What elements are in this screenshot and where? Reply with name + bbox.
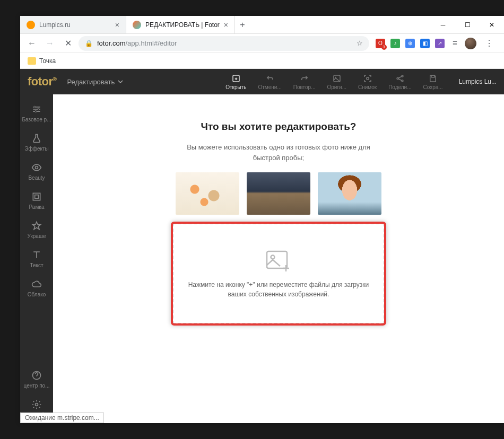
svg-point-9 [38,108,39,110]
back-button[interactable]: ← [24,36,39,51]
sidebar-item-effects[interactable]: Эффекты [20,128,53,157]
bookmark-item[interactable]: Точка [39,57,56,65]
titlebar: Lumpics.ru × РЕДАКТИРОВАТЬ | Fotor × + ─… [20,16,504,34]
sidebar-item-frame[interactable]: Рамка [20,186,53,215]
sliders-icon [31,104,42,115]
undo-icon [265,74,275,83]
heading: Что вы хотите редактировать? [201,121,357,133]
omnibox[interactable]: 🔒 fotor.com/app.html#/editor ☆ [79,36,369,51]
url-host: fotor.com [97,39,125,47]
stop-button[interactable]: ✕ [60,36,75,51]
undo-button[interactable]: Отмени... [258,74,281,90]
tab-title: РЕДАКТИРОВАТЬ | Fotor [145,21,220,29]
highlight-border [171,222,386,326]
svg-rect-13 [35,195,39,199]
status-bar: Ожидание m.stripe.com... [20,412,104,423]
mode-label: Редактировать [67,78,115,86]
drop-zone[interactable]: Нажмите на иконку "+" или переместите фа… [172,223,385,324]
open-icon [231,74,241,83]
frame-icon [31,191,42,202]
svg-point-17 [271,256,275,259]
eye-icon [31,162,42,173]
sample-thumbs [176,172,381,215]
app-toolbar: fotor® Редактировать Открыть Отмени... П… [20,69,504,94]
tab-strip: Lumpics.ru × РЕДАКТИРОВАТЬ | Fotor × + [20,16,250,33]
profile-avatar[interactable] [465,38,476,49]
tab-title: Lumpics.ru [39,21,71,29]
reading-list-icon[interactable]: ☰ [450,39,459,48]
original-button[interactable]: Ориги... [327,74,346,90]
close-button[interactable]: ✕ [480,16,504,33]
share-icon [395,74,405,83]
svg-point-4 [397,77,398,79]
svg-point-6 [402,80,403,82]
browser-window: Lumpics.ru × РЕДАКТИРОВАТЬ | Fotor × + ─… [20,16,504,423]
extensions: O3 ♪ ⊕ ◧ ↗ ☰ ⋮ [372,38,500,49]
canvas-area: Что вы хотите редактировать? Вы можете и… [53,94,504,423]
window-controls: ─ ☐ ✕ [431,16,504,33]
sidebar-item-help[interactable]: центр по... [20,365,53,394]
share-button[interactable]: Подели... [388,74,411,90]
open-button[interactable]: Открыть [225,74,246,90]
star-icon[interactable]: ☆ [357,39,363,47]
svg-rect-16 [267,251,287,268]
favicon-icon [27,21,35,29]
new-tab-button[interactable]: + [235,16,250,33]
sample-image-donuts[interactable] [176,172,239,215]
drop-text: Нажмите на иконку "+" или переместите фа… [177,280,381,299]
lock-icon: 🔒 [85,40,93,47]
address-bar: ← → ✕ 🔒 fotor.com/app.html#/editor ☆ O3 … [20,34,504,53]
close-icon[interactable]: × [224,21,228,29]
tab-lumpics[interactable]: Lumpics.ru × [20,16,126,33]
extension-icon[interactable]: O3 [376,39,385,48]
svg-point-11 [36,166,38,169]
extension-icon[interactable]: ↗ [435,39,445,48]
canvas: Что вы хотите редактировать? Вы можете и… [53,94,504,423]
svg-point-10 [35,111,37,112]
app-area: fotor® Редактировать Открыть Отмени... П… [20,69,504,423]
fotor-logo[interactable]: fotor® [28,75,56,89]
top-actions: Открыть Отмени... Повтор... Ориги... Сни… [225,74,442,90]
extension-icon[interactable]: ◧ [420,39,430,48]
ext-badge: 3 [381,45,387,50]
scan-icon [363,74,372,83]
sidebar-item-text[interactable]: Текст [20,244,53,274]
svg-point-3 [366,77,369,80]
bookmarks-bar: Точка [20,53,504,69]
sidebar-item-cloud[interactable]: Облако [20,274,53,303]
svg-rect-7 [431,75,435,77]
app-body: Базовое р... Эффекты Beauty Рамка Украше [20,94,504,423]
extension-icon[interactable]: ♪ [390,39,400,48]
maximize-button[interactable]: ☐ [455,16,480,33]
tab-fotor[interactable]: РЕДАКТИРОВАТЬ | Fotor × [126,16,235,33]
flask-icon [31,133,42,144]
gear-icon [31,399,42,410]
sample-image-landscape[interactable] [247,172,310,215]
snapshot-button[interactable]: Снимок [358,74,377,90]
cloud-icon [31,279,42,289]
help-icon [31,370,42,381]
save-button[interactable]: Сохра... [423,74,442,90]
mode-dropdown[interactable]: Редактировать [67,78,123,86]
user-menu[interactable]: Lumpics Lu... [459,78,497,85]
image-icon [332,74,342,83]
forward-button[interactable]: → [42,36,57,51]
text-icon [31,250,42,260]
sidebar-item-beauty[interactable]: Beauty [20,157,53,186]
sample-image-portrait[interactable] [318,172,381,215]
svg-point-5 [402,75,403,77]
extension-icon[interactable]: ⊕ [405,39,415,48]
favicon-icon [133,21,141,29]
minimize-button[interactable]: ─ [431,16,455,33]
menu-button[interactable]: ⋮ [482,38,497,48]
svg-point-8 [34,106,36,108]
close-icon[interactable]: × [115,21,119,29]
svg-rect-12 [33,193,40,200]
star-icon [31,221,42,231]
subtitle: Вы можете использовать одно из готовых ф… [187,142,370,163]
sidebar-item-basic[interactable]: Базовое р... [20,99,53,128]
chevron-down-icon [118,79,123,84]
redo-button[interactable]: Повтор... [293,74,316,90]
sidebar-item-stickers[interactable]: Украше [20,215,53,244]
sidebar: Базовое р... Эффекты Beauty Рамка Украше [20,94,53,423]
